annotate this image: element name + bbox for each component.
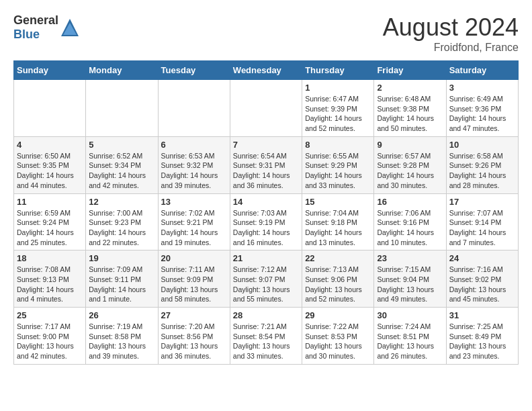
calendar-cell: 24Sunrise: 7:16 AMSunset: 9:02 PMDayligh…	[446, 250, 518, 308]
day-number: 20	[161, 253, 227, 263]
calendar-cell: 19Sunrise: 7:09 AMSunset: 9:11 PMDayligh…	[86, 250, 158, 308]
day-number: 26	[89, 310, 154, 320]
calendar-cell: 31Sunrise: 7:25 AMSunset: 8:49 PMDayligh…	[446, 308, 518, 365]
day-info: Sunrise: 6:48 AMSunset: 9:38 PMDaylight:…	[377, 94, 443, 134]
day-info: Sunrise: 6:54 AMSunset: 9:31 PMDaylight:…	[233, 151, 299, 191]
weekday-header-friday: Friday	[374, 61, 446, 80]
day-number: 17	[449, 197, 515, 207]
calendar-cell: 12Sunrise: 7:00 AMSunset: 9:23 PMDayligh…	[86, 193, 158, 250]
logo-icon	[60, 17, 80, 38]
calendar-cell: 14Sunrise: 7:03 AMSunset: 9:19 PMDayligh…	[230, 193, 302, 250]
day-info: Sunrise: 6:49 AMSunset: 9:36 PMDaylight:…	[449, 94, 515, 134]
weekday-header-sunday: Sunday	[14, 61, 86, 80]
calendar-cell: 10Sunrise: 6:58 AMSunset: 9:26 PMDayligh…	[446, 136, 518, 193]
page-header: General Blue August 2024 Froidfond, Fran…	[13, 13, 519, 54]
calendar-week-4: 18Sunrise: 7:08 AMSunset: 9:13 PMDayligh…	[14, 250, 519, 308]
calendar-cell: 6Sunrise: 6:53 AMSunset: 9:32 PMDaylight…	[158, 136, 230, 193]
day-info: Sunrise: 7:09 AMSunset: 9:11 PMDaylight:…	[89, 265, 154, 304]
day-info: Sunrise: 7:17 AMSunset: 9:00 PMDaylight:…	[17, 322, 83, 361]
day-number: 5	[89, 140, 154, 150]
calendar-cell: 3Sunrise: 6:49 AMSunset: 9:36 PMDaylight…	[446, 80, 518, 137]
weekday-header-wednesday: Wednesday	[230, 61, 302, 80]
day-info: Sunrise: 7:11 AMSunset: 9:09 PMDaylight:…	[161, 265, 227, 304]
calendar-cell: 23Sunrise: 7:15 AMSunset: 9:04 PMDayligh…	[374, 250, 446, 308]
calendar-cell: 18Sunrise: 7:08 AMSunset: 9:13 PMDayligh…	[14, 250, 86, 308]
day-number: 23	[377, 253, 443, 263]
weekday-header-saturday: Saturday	[446, 61, 518, 80]
day-number: 3	[449, 83, 515, 93]
calendar-week-1: 1Sunrise: 6:47 AMSunset: 9:39 PMDaylight…	[14, 80, 519, 137]
calendar-cell: 13Sunrise: 7:02 AMSunset: 9:21 PMDayligh…	[158, 193, 230, 250]
calendar-cell: 4Sunrise: 6:50 AMSunset: 9:35 PMDaylight…	[14, 136, 86, 193]
day-number: 4	[17, 140, 83, 150]
day-number: 7	[233, 140, 299, 150]
day-info: Sunrise: 7:06 AMSunset: 9:16 PMDaylight:…	[377, 208, 443, 248]
calendar-cell	[158, 80, 230, 137]
calendar-cell: 8Sunrise: 6:55 AMSunset: 9:29 PMDaylight…	[302, 136, 374, 193]
weekday-header-tuesday: Tuesday	[158, 61, 230, 80]
day-info: Sunrise: 7:19 AMSunset: 8:58 PMDaylight:…	[89, 322, 154, 361]
month-year: August 2024	[383, 13, 519, 42]
calendar-cell: 28Sunrise: 7:21 AMSunset: 8:54 PMDayligh…	[230, 308, 302, 365]
calendar-cell: 30Sunrise: 7:24 AMSunset: 8:51 PMDayligh…	[374, 308, 446, 365]
logo-general: General	[13, 13, 58, 27]
calendar-cell: 15Sunrise: 7:04 AMSunset: 9:18 PMDayligh…	[302, 193, 374, 250]
day-number: 1	[305, 83, 371, 93]
day-number: 18	[17, 253, 83, 263]
day-number: 30	[377, 310, 443, 320]
day-info: Sunrise: 7:21 AMSunset: 8:54 PMDaylight:…	[233, 322, 299, 361]
calendar-cell: 5Sunrise: 6:52 AMSunset: 9:34 PMDaylight…	[86, 136, 158, 193]
day-info: Sunrise: 7:08 AMSunset: 9:13 PMDaylight:…	[17, 265, 83, 304]
calendar-cell: 29Sunrise: 7:22 AMSunset: 8:53 PMDayligh…	[302, 308, 374, 365]
calendar-table: SundayMondayTuesdayWednesdayThursdayFrid…	[13, 60, 519, 365]
calendar-week-5: 25Sunrise: 7:17 AMSunset: 9:00 PMDayligh…	[14, 308, 519, 365]
day-info: Sunrise: 7:07 AMSunset: 9:14 PMDaylight:…	[449, 208, 515, 248]
day-number: 24	[449, 253, 515, 263]
calendar-cell: 11Sunrise: 6:59 AMSunset: 9:24 PMDayligh…	[14, 193, 86, 250]
weekday-header-monday: Monday	[86, 61, 158, 80]
calendar-cell: 9Sunrise: 6:57 AMSunset: 9:28 PMDaylight…	[374, 136, 446, 193]
day-info: Sunrise: 6:47 AMSunset: 9:39 PMDaylight:…	[305, 94, 371, 134]
day-info: Sunrise: 6:55 AMSunset: 9:29 PMDaylight:…	[305, 151, 371, 191]
weekday-header-thursday: Thursday	[302, 61, 374, 80]
day-info: Sunrise: 7:22 AMSunset: 8:53 PMDaylight:…	[305, 322, 371, 361]
day-info: Sunrise: 6:57 AMSunset: 9:28 PMDaylight:…	[377, 151, 443, 191]
day-number: 31	[449, 310, 515, 320]
calendar-cell: 21Sunrise: 7:12 AMSunset: 9:07 PMDayligh…	[230, 250, 302, 308]
calendar-cell	[86, 80, 158, 137]
day-info: Sunrise: 7:04 AMSunset: 9:18 PMDaylight:…	[305, 208, 371, 248]
day-number: 10	[449, 140, 515, 150]
day-info: Sunrise: 7:03 AMSunset: 9:19 PMDaylight:…	[233, 208, 299, 248]
day-info: Sunrise: 6:52 AMSunset: 9:34 PMDaylight:…	[89, 151, 154, 191]
calendar-cell	[14, 80, 86, 137]
calendar-cell: 26Sunrise: 7:19 AMSunset: 8:58 PMDayligh…	[86, 308, 158, 365]
calendar-cell: 2Sunrise: 6:48 AMSunset: 9:38 PMDaylight…	[374, 80, 446, 137]
day-number: 21	[233, 253, 299, 263]
title-area: August 2024 Froidfond, France	[383, 13, 519, 54]
day-number: 27	[161, 310, 227, 320]
calendar-week-3: 11Sunrise: 6:59 AMSunset: 9:24 PMDayligh…	[14, 193, 519, 250]
calendar-cell: 7Sunrise: 6:54 AMSunset: 9:31 PMDaylight…	[230, 136, 302, 193]
weekday-header-row: SundayMondayTuesdayWednesdayThursdayFrid…	[14, 61, 519, 80]
day-info: Sunrise: 6:58 AMSunset: 9:26 PMDaylight:…	[449, 151, 515, 191]
day-number: 16	[377, 197, 443, 207]
day-info: Sunrise: 6:50 AMSunset: 9:35 PMDaylight:…	[17, 151, 83, 191]
location: Froidfond, France	[383, 42, 519, 54]
calendar-cell: 25Sunrise: 7:17 AMSunset: 9:00 PMDayligh…	[14, 308, 86, 365]
day-info: Sunrise: 7:02 AMSunset: 9:21 PMDaylight:…	[161, 208, 227, 248]
day-info: Sunrise: 7:20 AMSunset: 8:56 PMDaylight:…	[161, 322, 227, 361]
day-number: 11	[17, 197, 83, 207]
calendar-cell: 22Sunrise: 7:13 AMSunset: 9:06 PMDayligh…	[302, 250, 374, 308]
day-number: 19	[89, 253, 154, 263]
day-info: Sunrise: 7:12 AMSunset: 9:07 PMDaylight:…	[233, 265, 299, 304]
day-info: Sunrise: 7:00 AMSunset: 9:23 PMDaylight:…	[89, 208, 154, 248]
day-info: Sunrise: 7:16 AMSunset: 9:02 PMDaylight:…	[449, 265, 515, 304]
day-info: Sunrise: 6:53 AMSunset: 9:32 PMDaylight:…	[161, 151, 227, 191]
day-number: 13	[161, 197, 227, 207]
day-info: Sunrise: 7:13 AMSunset: 9:06 PMDaylight:…	[305, 265, 371, 304]
day-info: Sunrise: 6:59 AMSunset: 9:24 PMDaylight:…	[17, 208, 83, 248]
day-number: 6	[161, 140, 227, 150]
day-number: 22	[305, 253, 371, 263]
day-info: Sunrise: 7:24 AMSunset: 8:51 PMDaylight:…	[377, 322, 443, 361]
day-number: 2	[377, 83, 443, 93]
